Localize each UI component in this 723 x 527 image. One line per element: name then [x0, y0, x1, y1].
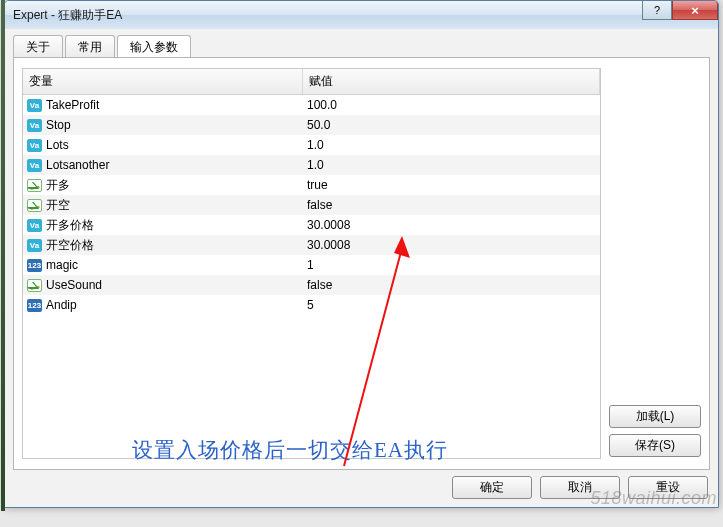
param-name: UseSound	[46, 278, 102, 292]
param-value[interactable]: 30.0008	[303, 238, 600, 252]
grid-body: VaTakeProfit100.0VaStop50.0VaLots1.0VaLo…	[23, 95, 600, 458]
param-row[interactable]: VaLotsanother1.0	[23, 155, 600, 175]
type-double-icon: Va	[27, 159, 42, 172]
reset-button[interactable]: 重设	[628, 476, 708, 499]
param-name: Stop	[46, 118, 71, 132]
tab-inputs[interactable]: 输入参数	[117, 35, 191, 57]
load-button[interactable]: 加载(L)	[609, 405, 701, 428]
param-name: 开空	[46, 197, 70, 214]
window-title: Expert - 狂赚助手EA	[13, 7, 122, 24]
param-row[interactable]: VaStop50.0	[23, 115, 600, 135]
param-value[interactable]: true	[303, 178, 600, 192]
expert-dialog: Expert - 狂赚助手EA ? × 关于 常用 输入参数 变量 赋值 VaT…	[4, 0, 719, 508]
param-name: magic	[46, 258, 78, 272]
param-name: Lots	[46, 138, 69, 152]
param-name: 开多	[46, 177, 70, 194]
tab-strip: 关于 常用 输入参数	[13, 35, 710, 57]
param-row[interactable]: 123magic1	[23, 255, 600, 275]
param-value[interactable]: 30.0008	[303, 218, 600, 232]
param-row[interactable]: VaLots1.0	[23, 135, 600, 155]
tab-common[interactable]: 常用	[65, 35, 115, 57]
inputs-panel: 变量 赋值 VaTakeProfit100.0VaStop50.0VaLots1…	[13, 57, 710, 470]
param-value[interactable]: false	[303, 278, 600, 292]
param-value[interactable]: false	[303, 198, 600, 212]
type-double-icon: Va	[27, 239, 42, 252]
close-button[interactable]: ×	[672, 1, 718, 20]
type-bool-icon	[27, 199, 42, 212]
param-row[interactable]: Va开空价格30.0008	[23, 235, 600, 255]
dialog-footer: 确定 取消 重设	[13, 470, 710, 499]
type-bool-icon	[27, 179, 42, 192]
type-bool-icon	[27, 279, 42, 292]
param-name: Andip	[46, 298, 77, 312]
window-controls: ? ×	[642, 1, 718, 20]
params-grid[interactable]: 变量 赋值 VaTakeProfit100.0VaStop50.0VaLots1…	[22, 68, 601, 459]
cancel-button[interactable]: 取消	[540, 476, 620, 499]
type-double-icon: Va	[27, 119, 42, 132]
param-value[interactable]: 100.0	[303, 98, 600, 112]
save-button[interactable]: 保存(S)	[609, 434, 701, 457]
titlebar[interactable]: Expert - 狂赚助手EA ? ×	[5, 1, 718, 29]
param-value[interactable]: 1.0	[303, 138, 600, 152]
ok-button[interactable]: 确定	[452, 476, 532, 499]
type-double-icon: Va	[27, 99, 42, 112]
param-row[interactable]: 开多true	[23, 175, 600, 195]
param-row[interactable]: UseSoundfalse	[23, 275, 600, 295]
grid-header: 变量 赋值	[23, 69, 600, 95]
tab-about[interactable]: 关于	[13, 35, 63, 57]
param-value[interactable]: 50.0	[303, 118, 600, 132]
type-int-icon: 123	[27, 259, 42, 272]
type-int-icon: 123	[27, 299, 42, 312]
param-name: Lotsanother	[46, 158, 109, 172]
help-button[interactable]: ?	[642, 1, 672, 20]
col-header-value[interactable]: 赋值	[303, 69, 600, 94]
param-name: 开多价格	[46, 217, 94, 234]
param-value[interactable]: 5	[303, 298, 600, 312]
side-buttons: 加载(L) 保存(S)	[609, 68, 701, 459]
param-row[interactable]: VaTakeProfit100.0	[23, 95, 600, 115]
type-double-icon: Va	[27, 139, 42, 152]
param-row[interactable]: 开空false	[23, 195, 600, 215]
param-row[interactable]: Va开多价格30.0008	[23, 215, 600, 235]
param-value[interactable]: 1.0	[303, 158, 600, 172]
col-header-name[interactable]: 变量	[23, 69, 303, 94]
type-double-icon: Va	[27, 219, 42, 232]
param-value[interactable]: 1	[303, 258, 600, 272]
param-name: TakeProfit	[46, 98, 99, 112]
client-area: 关于 常用 输入参数 变量 赋值 VaTakeProfit100.0VaStop…	[5, 29, 718, 507]
param-row[interactable]: 123Andip5	[23, 295, 600, 315]
param-name: 开空价格	[46, 237, 94, 254]
